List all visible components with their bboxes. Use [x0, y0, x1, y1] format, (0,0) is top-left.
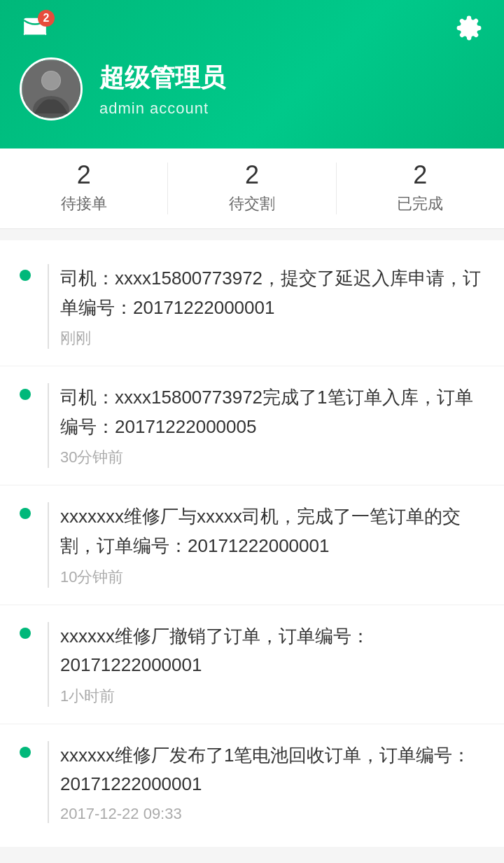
- stat-number-pending-accept: 2: [77, 163, 91, 188]
- notif-time: 刚刚: [60, 328, 484, 349]
- settings-button[interactable]: [454, 13, 484, 43]
- notif-time: 30分钟前: [60, 447, 484, 468]
- notif-dot: [20, 389, 31, 400]
- notif-text: 司机：xxxx15800773972完成了1笔订单入库，订单编号：2017122…: [60, 383, 484, 441]
- notif-text: xxxxxxx维修厂与xxxxx司机，完成了一笔订单的交割，订单编号：20171…: [60, 502, 484, 560]
- notif-time: 10分钟前: [60, 567, 484, 588]
- notif-content: 司机：xxxx15800773972完成了1笔订单入库，订单编号：2017122…: [48, 383, 484, 468]
- message-button[interactable]: 2: [20, 13, 50, 43]
- notif-text: xxxxxx维修厂撤销了订单，订单编号：20171222000001: [60, 622, 484, 680]
- list-item[interactable]: xxxxxxx维修厂与xxxxx司机，完成了一笔订单的交割，订单编号：20171…: [0, 485, 504, 605]
- list-item[interactable]: 司机：xxxx15800773972，提交了延迟入库申请，订单编号：201712…: [0, 247, 504, 366]
- app-container: 2: [0, 0, 504, 847]
- notif-content: 司机：xxxx15800773972，提交了延迟入库申请，订单编号：201712…: [48, 264, 484, 349]
- notif-text: xxxxxx维修厂发布了1笔电池回收订单，订单编号：20171222000001: [60, 741, 484, 799]
- stat-pending-delivery[interactable]: 2 待交割: [167, 163, 335, 214]
- stat-label-completed: 已完成: [397, 193, 443, 214]
- notif-dot: [20, 508, 31, 519]
- notif-time: 1小时前: [60, 686, 484, 707]
- notif-text: 司机：xxxx15800773972，提交了延迟入库申请，订单编号：201712…: [60, 264, 484, 322]
- list-item[interactable]: xxxxxx维修厂撤销了订单，订单编号：20171222000001 1小时前: [0, 605, 504, 724]
- notif-content: xxxxxx维修厂发布了1笔电池回收订单，订单编号：20171222000001…: [48, 741, 484, 823]
- notifications-list: 司机：xxxx15800773972，提交了延迟入库申请，订单编号：201712…: [0, 240, 504, 847]
- notif-dot: [20, 270, 31, 281]
- stats-bar: 2 待接单 2 待交割 2 已完成: [0, 149, 504, 229]
- avatar: [20, 57, 83, 120]
- notif-dot: [20, 628, 31, 639]
- stat-pending-accept[interactable]: 2 待接单: [0, 163, 167, 214]
- profile-subtitle: admin account: [99, 99, 225, 118]
- notif-content: xxxxxxx维修厂与xxxxx司机，完成了一笔订单的交割，订单编号：20171…: [48, 502, 484, 587]
- profile-info: 超级管理员 admin account: [99, 61, 225, 118]
- stat-completed[interactable]: 2 已完成: [336, 163, 504, 214]
- notif-time: 2017-12-22 09:33: [60, 805, 484, 823]
- stat-number-pending-delivery: 2: [245, 163, 259, 188]
- profile-section: 超级管理员 admin account: [0, 50, 504, 149]
- list-item[interactable]: xxxxxx维修厂发布了1笔电池回收订单，订单编号：20171222000001…: [0, 724, 504, 840]
- notif-content: xxxxxx维修厂撤销了订单，订单编号：20171222000001 1小时前: [48, 622, 484, 707]
- svg-point-6: [42, 71, 60, 90]
- notif-dot: [20, 747, 31, 758]
- list-item[interactable]: 司机：xxxx15800773972完成了1笔订单入库，订单编号：2017122…: [0, 366, 504, 485]
- header: 2: [0, 0, 504, 149]
- profile-name: 超级管理员: [99, 61, 225, 95]
- stat-label-pending-accept: 待接单: [61, 193, 107, 214]
- stat-number-completed: 2: [413, 163, 427, 188]
- message-badge: 2: [38, 10, 55, 27]
- stat-label-pending-delivery: 待交割: [229, 193, 275, 214]
